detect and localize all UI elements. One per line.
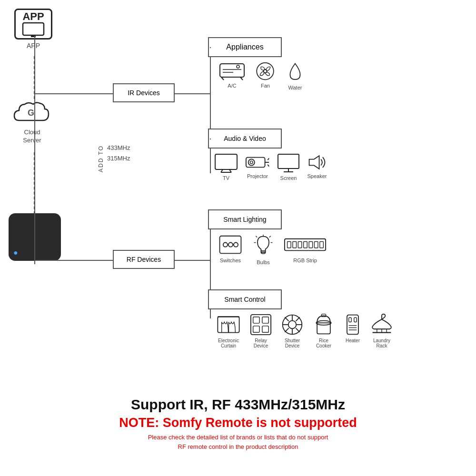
curtain-icon-item: ElectronicCurtain xyxy=(214,313,243,348)
shutter-icon-item: ShutterDevice xyxy=(279,313,306,348)
svg-point-17 xyxy=(250,161,253,164)
curtain-icon xyxy=(216,313,241,336)
svg-line-33 xyxy=(256,236,257,238)
svg-rect-48 xyxy=(262,317,268,323)
laundry-rack-icon-item: LaundryRack xyxy=(369,313,394,348)
switches-label: Switches xyxy=(220,258,241,263)
screen-icon xyxy=(277,153,300,173)
rgb-strip-icon xyxy=(284,235,327,256)
ir-to-splitter xyxy=(175,93,210,94)
ir-horiz-line xyxy=(34,93,115,94)
line-ir-to-av xyxy=(210,139,211,139)
svg-line-57 xyxy=(285,317,288,321)
svg-rect-43 xyxy=(320,241,324,248)
bulbs-label: Bulbs xyxy=(257,259,270,265)
svg-point-7 xyxy=(237,65,239,68)
water-icon xyxy=(286,62,305,83)
svg-point-26 xyxy=(223,243,228,247)
svg-rect-47 xyxy=(253,317,259,323)
svg-point-27 xyxy=(228,243,233,247)
svg-line-20 xyxy=(268,165,269,167)
tv-icon-item: TV xyxy=(214,153,238,181)
svg-rect-15 xyxy=(246,158,265,168)
svg-text:G: G xyxy=(28,108,34,118)
ac-icon xyxy=(219,62,245,81)
ac-icon-item: A/C xyxy=(219,62,245,89)
projector-label: Projector xyxy=(247,173,268,179)
water-icon-item: Water xyxy=(286,62,305,90)
tv-label: TV xyxy=(223,175,229,181)
rf-horiz-line xyxy=(34,260,115,261)
speaker-icon xyxy=(307,153,327,171)
svg-rect-41 xyxy=(309,241,313,248)
app-section: APP APP xyxy=(14,9,52,50)
svg-line-59 xyxy=(296,317,299,321)
svg-rect-46 xyxy=(251,315,271,335)
av-icons-row: TV Projector Screen xyxy=(214,153,327,181)
support-text: Support IR, RF 433MHz/315MHz xyxy=(0,397,476,413)
heater-icon-item: Heater xyxy=(342,313,364,343)
sl-icons-row: Switches Bulbs xyxy=(218,235,327,265)
screen-label: Screen xyxy=(280,175,297,181)
svg-point-28 xyxy=(234,243,238,247)
sc-label: Smart Control xyxy=(224,296,265,303)
svg-marker-24 xyxy=(309,156,319,169)
speaker-icon-item: Speaker xyxy=(307,153,327,179)
svg-line-19 xyxy=(268,158,269,160)
sc-box: Smart Control xyxy=(208,289,282,309)
laundry-rack-icon xyxy=(370,313,393,336)
relay-icon xyxy=(249,313,272,336)
main-container: APP APP G CloudServer ● ADD TO xyxy=(0,0,476,476)
app-icon-box: APP xyxy=(14,9,52,40)
rgb-strip-label: RGB Strip xyxy=(293,258,317,263)
projector-icon xyxy=(245,153,270,171)
ir-devices-label: IR Devices xyxy=(128,89,160,97)
heater-label: Heater xyxy=(346,338,360,343)
svg-rect-39 xyxy=(298,241,302,248)
cloud-label: CloudServer xyxy=(23,129,41,145)
shutter-label: ShutterDevice xyxy=(285,338,300,348)
fan-icon xyxy=(255,62,276,81)
app-label-top: APP xyxy=(22,11,44,22)
svg-line-32 xyxy=(269,236,271,238)
detail-text: Please check the detailed list of brands… xyxy=(0,433,476,451)
svg-rect-11 xyxy=(215,154,237,169)
svg-rect-65 xyxy=(354,317,357,322)
svg-point-9 xyxy=(257,63,274,80)
rf-to-splitter xyxy=(175,260,210,261)
tv-icon xyxy=(214,153,238,173)
rgb-strip-icon-item: RGB Strip xyxy=(284,235,327,263)
svg-line-60 xyxy=(285,328,288,332)
svg-rect-0 xyxy=(23,23,44,35)
app-label: APP xyxy=(27,42,40,50)
av-label: Audio & Video xyxy=(224,135,266,142)
rice-cooker-icon-item: RiceCooker xyxy=(311,313,336,348)
switches-icon-item: Switches xyxy=(218,235,243,263)
svg-point-16 xyxy=(248,159,255,165)
sl-box: Smart Lighting xyxy=(208,209,282,229)
appliances-box: Appliances xyxy=(208,37,282,57)
bottom-text-section: Support IR, RF 433MHz/315MHz NOTE: Somfy… xyxy=(0,397,476,451)
fan-label: Fan xyxy=(261,83,270,89)
relay-label: RelayDevice xyxy=(254,338,268,348)
svg-rect-49 xyxy=(253,326,259,332)
wifi-indicator: ● xyxy=(13,248,18,257)
rf-devices-box: RF Devices xyxy=(113,250,175,269)
cloud-icon: G xyxy=(10,98,55,129)
sl-label: Smart Lighting xyxy=(223,216,266,223)
rf-devices-label: RF Devices xyxy=(127,256,161,263)
curtain-label: ElectronicCurtain xyxy=(218,338,239,348)
appliances-label: Appliances xyxy=(226,43,263,51)
frequency-label: 433MHz315MHz xyxy=(107,143,130,164)
svg-rect-64 xyxy=(349,317,352,322)
screen-icon-item: Screen xyxy=(277,153,300,181)
svg-rect-40 xyxy=(304,241,307,248)
shutter-icon xyxy=(280,313,304,336)
ir-devices-box: IR Devices xyxy=(113,83,175,102)
svg-point-52 xyxy=(288,321,297,329)
ac-label: A/C xyxy=(228,83,236,89)
fan-icon-item: Fan xyxy=(255,62,276,89)
laundry-rack-label: LaundryRack xyxy=(373,338,390,348)
tablet-icon xyxy=(21,22,45,37)
switches-icon xyxy=(218,235,243,256)
